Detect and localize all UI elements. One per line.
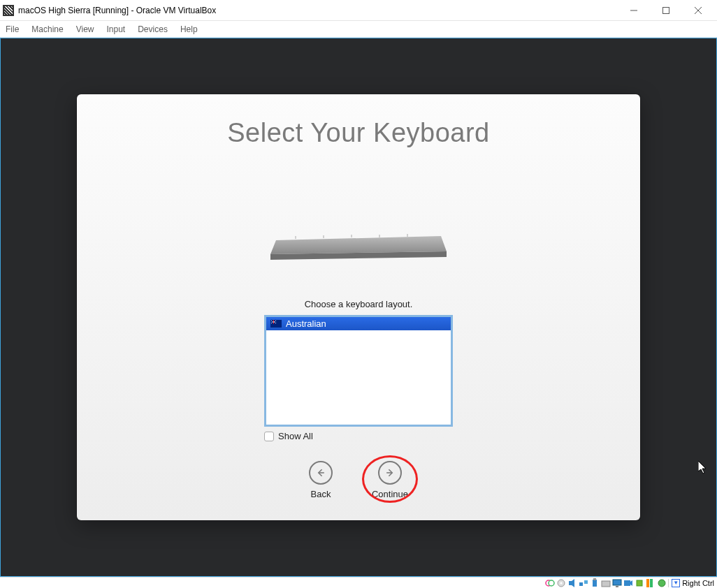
continue-button[interactable]: Continue bbox=[372, 461, 408, 499]
vm-display: Select Your Keyboard Choose a keyboard l… bbox=[0, 38, 717, 577]
statusbar: ▼ Right Ctrl bbox=[0, 577, 717, 588]
window-title: macOS High Sierra [Running] - Oracle VM … bbox=[18, 6, 618, 15]
layout-option-australian[interactable]: Australian bbox=[266, 317, 451, 330]
nav-buttons: Back Continue bbox=[98, 461, 619, 499]
audio-icon[interactable] bbox=[567, 578, 577, 588]
svg-rect-1 bbox=[663, 7, 669, 13]
continue-arrow-icon bbox=[378, 461, 402, 485]
menu-input[interactable]: Input bbox=[107, 24, 126, 34]
window-controls bbox=[618, 0, 714, 21]
svg-point-17 bbox=[560, 582, 563, 584]
svg-rect-24 bbox=[602, 581, 610, 587]
svg-rect-29 bbox=[637, 580, 642, 586]
host-key-indicator[interactable]: ▼ Right Ctrl bbox=[668, 579, 714, 587]
keyboard-illustration bbox=[268, 230, 449, 264]
svg-rect-21 bbox=[584, 580, 588, 584]
show-all-checkbox[interactable] bbox=[264, 432, 274, 441]
menubar: File Machine View Input Devices Help bbox=[0, 21, 717, 38]
svg-rect-23 bbox=[593, 578, 596, 580]
network-icon[interactable] bbox=[579, 578, 588, 588]
menu-file[interactable]: File bbox=[6, 24, 19, 34]
titlebar: macOS High Sierra [Running] - Oracle VM … bbox=[0, 0, 717, 21]
show-all-row: Show All bbox=[264, 431, 453, 441]
virtualbox-app-icon bbox=[3, 5, 14, 16]
svg-rect-25 bbox=[613, 580, 621, 585]
svg-marker-4 bbox=[270, 236, 447, 254]
installer-panel: Select Your Keyboard Choose a keyboard l… bbox=[77, 94, 640, 520]
page-title: Select Your Keyboard bbox=[98, 118, 619, 148]
optical-disk-icon[interactable] bbox=[556, 578, 566, 588]
svg-marker-28 bbox=[630, 580, 632, 586]
mouse-integration-icon[interactable] bbox=[646, 578, 656, 588]
back-label: Back bbox=[311, 489, 331, 499]
menu-view[interactable]: View bbox=[76, 24, 94, 34]
keyboard-captured-icon[interactable] bbox=[657, 578, 667, 588]
continue-label: Continue bbox=[372, 489, 408, 499]
back-arrow-icon bbox=[309, 461, 333, 485]
display-icon[interactable] bbox=[612, 578, 622, 588]
recording-icon[interactable] bbox=[623, 578, 633, 588]
svg-rect-31 bbox=[650, 579, 653, 587]
svg-marker-19 bbox=[572, 579, 574, 587]
usb-icon[interactable] bbox=[590, 578, 600, 588]
menu-machine[interactable]: Machine bbox=[31, 24, 63, 34]
svg-rect-20 bbox=[579, 582, 583, 586]
show-all-label: Show All bbox=[278, 431, 313, 441]
minimize-button[interactable] bbox=[618, 0, 650, 21]
hard-disk-icon[interactable] bbox=[545, 578, 555, 588]
svg-rect-22 bbox=[593, 580, 597, 587]
svg-point-15 bbox=[549, 580, 554, 586]
close-button[interactable] bbox=[682, 0, 714, 21]
svg-rect-27 bbox=[624, 580, 630, 586]
flag-au-icon bbox=[270, 320, 282, 328]
back-button[interactable]: Back bbox=[309, 461, 333, 499]
layout-label: Australian bbox=[286, 318, 326, 329]
svg-marker-13 bbox=[698, 461, 706, 473]
keyboard-layout-list[interactable]: Australian bbox=[264, 315, 453, 427]
mouse-cursor-icon bbox=[698, 461, 708, 475]
maximize-button[interactable] bbox=[650, 0, 682, 21]
svg-rect-26 bbox=[616, 586, 618, 587]
host-key-label: Right Ctrl bbox=[682, 579, 714, 587]
svg-point-32 bbox=[658, 580, 665, 587]
down-arrow-icon: ▼ bbox=[672, 579, 680, 587]
menu-help[interactable]: Help bbox=[180, 24, 198, 34]
processor-icon[interactable] bbox=[635, 578, 644, 588]
menu-devices[interactable]: Devices bbox=[138, 24, 168, 34]
shared-folders-icon[interactable] bbox=[601, 578, 611, 588]
svg-rect-30 bbox=[646, 579, 649, 587]
choose-layout-label: Choose a keyboard layout. bbox=[98, 299, 619, 309]
svg-rect-18 bbox=[569, 581, 572, 585]
